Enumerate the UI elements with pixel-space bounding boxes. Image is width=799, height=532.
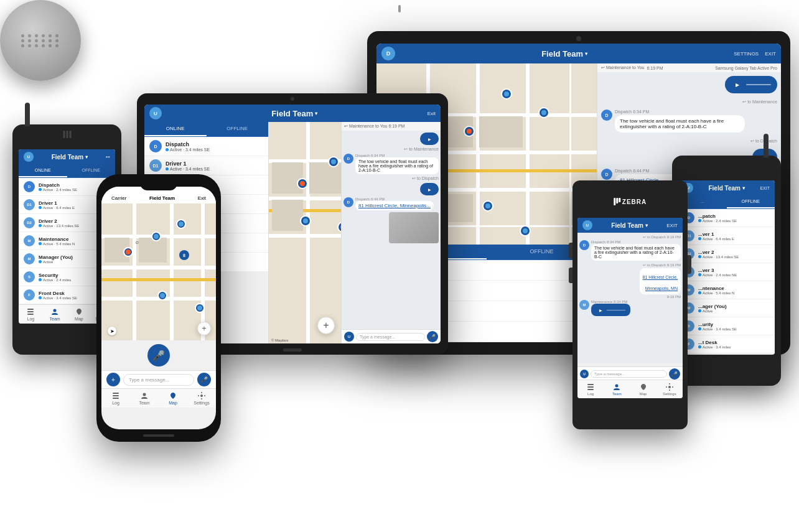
map-pin-1	[501, 88, 512, 100]
med-member-driver1[interactable]: D1 Driver 1 Active · 3.4 miles SE	[144, 156, 268, 175]
zebra-reply-dispatch-2: ↩ to Dispatch 9:19 PM	[579, 263, 681, 267]
chat-msgs-med: ▶ ↩ to Maintenance D Dispatch 6:34 PM Th…	[342, 131, 441, 329]
nav-map-z[interactable]: Map	[630, 380, 656, 398]
nav-team-z[interactable]: Team	[604, 380, 630, 398]
sender-avatar-z-m: M	[579, 300, 589, 310]
exit-button-med[interactable]: Exit	[428, 111, 436, 116]
header-avatar-z: U	[582, 220, 592, 230]
svg-rect-7	[113, 398, 119, 399]
mic-btn-med[interactable]: 🎤	[427, 331, 438, 342]
reply-label-med-2: ↩ to Dispatch	[343, 176, 439, 181]
tab-offline-rl[interactable]: OFFLINE	[67, 164, 116, 177]
nav-log-rl[interactable]: Log	[19, 305, 43, 324]
zebra-address-link[interactable]: 81 Hillcrest Circle,Minneapolis, MN	[643, 275, 678, 291]
map-plus-iphone[interactable]: +	[197, 322, 211, 335]
exit-btn-z[interactable]: EXIT	[666, 223, 678, 228]
team-name-rl: Field Team	[52, 154, 84, 161]
zebra-stripes-icon	[614, 198, 620, 205]
mic-button-iphone[interactable]: 🎤	[147, 344, 170, 366]
mic-send-iphone[interactable]: 🎤	[197, 373, 211, 386]
tab-offline-med[interactable]: OFFLINE	[207, 122, 269, 136]
chevron-down-rl: ▾	[85, 154, 88, 160]
map-plus-btn[interactable]: +	[317, 317, 335, 334]
chevron-down-icon: ▾	[585, 51, 587, 57]
rr-member-dispatch[interactable]: D ...patch Active · 2.4 miles SE	[678, 209, 775, 227]
team-name-z: Field Team	[611, 222, 643, 229]
rugged-left-header: U Field Team ▾ ●●	[19, 149, 115, 164]
nav-team-ip[interactable]: Team	[130, 389, 159, 408]
mic-btn-z[interactable]: 🎤	[669, 368, 680, 380]
play-icon-med[interactable]: ▶	[425, 134, 434, 143]
member-avatar: M	[24, 253, 35, 264]
zebra-msg-maintenance: M Maintenance 8:34 PM ▶	[579, 300, 681, 316]
map-pin-7	[520, 225, 531, 236]
settings-button[interactable]: SETTINGS	[734, 51, 759, 57]
chat-bubble-received: The tow vehicle and float must each have…	[615, 115, 745, 133]
sender-avatar-med: D	[343, 154, 353, 164]
zebra-screen: U Field Team ▾ EXIT ↩ to Dispatch 9:19 P…	[577, 218, 683, 398]
header-title-med[interactable]: Field Team ▾	[271, 109, 317, 118]
rr-member-3[interactable]: D3 ...ver 3 Active · 2.4 miles NE	[678, 263, 775, 281]
svg-point-9	[200, 394, 203, 397]
zebra-header: U Field Team ▾ EXIT	[577, 218, 683, 233]
map-pin-6	[482, 200, 493, 212]
team-name-rr: Field Team	[708, 185, 741, 192]
tab-online-rl[interactable]: ONLINE	[19, 164, 67, 177]
tab-online-med[interactable]: ONLINE	[144, 122, 207, 136]
rr-member-security[interactable]: S ...urity Active · 3.4 miles SE	[678, 317, 775, 335]
med-member-dispatch[interactable]: D Dispatch Active · 3.4 miles SE	[144, 137, 268, 156]
rugged-right-header: U Field Team ▾ EXIT	[678, 180, 775, 195]
exit-button[interactable]: EXIT	[765, 51, 776, 57]
svg-rect-10	[587, 384, 594, 385]
team-name-label: Field Team	[541, 49, 583, 58]
play-icon-z[interactable]: ▶	[596, 306, 605, 314]
dispatch-msg-med-2: D Dispatch 6:44 PM 81 Hillcrest Circle, …	[343, 197, 439, 210]
sender-avatar-z: D	[579, 240, 589, 250]
svg-point-3	[54, 309, 57, 312]
play-icon[interactable]: ▶	[731, 78, 744, 91]
nav-log-ip[interactable]: Log	[101, 389, 130, 408]
rr-member-manager[interactable]: M ...ager (You) Active	[678, 299, 775, 317]
mic-btn-iphone-2[interactable]: +	[106, 373, 120, 386]
nav-log-z[interactable]: Log	[577, 380, 604, 398]
status-indicators-rl: ●●	[106, 155, 110, 159]
main-scene: D Field Team ▾ SETTINGS EXIT	[0, 0, 799, 532]
bluetooth-speaker	[0, 0, 81, 81]
play-icon-med-2[interactable]: ▶	[425, 185, 434, 194]
nav-settings-z[interactable]: Settings	[656, 380, 683, 398]
member-avatar: D	[149, 140, 162, 152]
map-pin-med-3	[297, 178, 308, 189]
nav-settings-ip[interactable]: Settings	[187, 389, 216, 408]
location-icon-iphone[interactable]: ➤	[108, 327, 116, 335]
link-med[interactable]: 81 Hillcrest Circle, Minneapolis...	[358, 203, 431, 208]
nav-map-ip[interactable]: Map	[159, 389, 187, 408]
chevron-down-z: ▾	[645, 223, 648, 228]
map-pin-ip-2	[151, 231, 161, 241]
header-title-rr[interactable]: Field Team ▾	[708, 185, 745, 192]
rr-member-maintenance[interactable]: M ...ntenance Active · 5.4 miles N	[678, 281, 775, 299]
nav-team-rl[interactable]: Team	[43, 305, 67, 324]
rr-member-driver1[interactable]: D1 ...ver 1 Active · 6.4 miles E	[678, 227, 775, 245]
zebra-chat-input: U Type a message... 🎤	[577, 366, 683, 381]
rugged-right-team-list: D ...patch Active · 2.4 miles SE D1 ...v…	[678, 209, 775, 353]
nav-map-rl[interactable]: Map	[67, 305, 91, 324]
reply-label-med: ↩ to Maintenance	[343, 147, 439, 152]
rr-member-driver2[interactable]: D2 ...ver 2 Active · 13.4 miles SE	[678, 245, 775, 263]
iphone-nav: Log Team Map Settings	[101, 388, 216, 408]
header-title-rl[interactable]: Field Team ▾	[52, 154, 88, 161]
zebra-msg-dispatch: D Dispatch 8:34 PM The tow vehicle and f…	[579, 240, 681, 261]
member-avatar: F	[24, 289, 35, 301]
input-iphone[interactable]: Type a message...	[123, 374, 194, 386]
header-title[interactable]: Field Team ▾	[541, 49, 587, 58]
input-med[interactable]: Type a message...	[356, 333, 425, 341]
tab-offline-rr[interactable]: OFFLINE	[727, 195, 775, 208]
iphone: Carrier Field Team Exit CUPERTINO	[96, 174, 221, 442]
rugged-right-screen: U Field Team ▾ EXIT ... OFFLINE D ...pat…	[678, 180, 775, 355]
map-pin-ip-3	[123, 247, 133, 257]
exit-btn-rr[interactable]: EXIT	[760, 186, 770, 190]
large-tablet-header: D Field Team ▾ SETTINGS EXIT	[376, 44, 781, 63]
header-title-z[interactable]: Field Team ▾	[611, 222, 648, 229]
input-z[interactable]: Type a message...	[591, 370, 667, 378]
rr-member-frontdesk[interactable]: F ...t Desk Active · 3.4 miles	[678, 335, 775, 353]
map-pin-med-2	[328, 156, 339, 167]
